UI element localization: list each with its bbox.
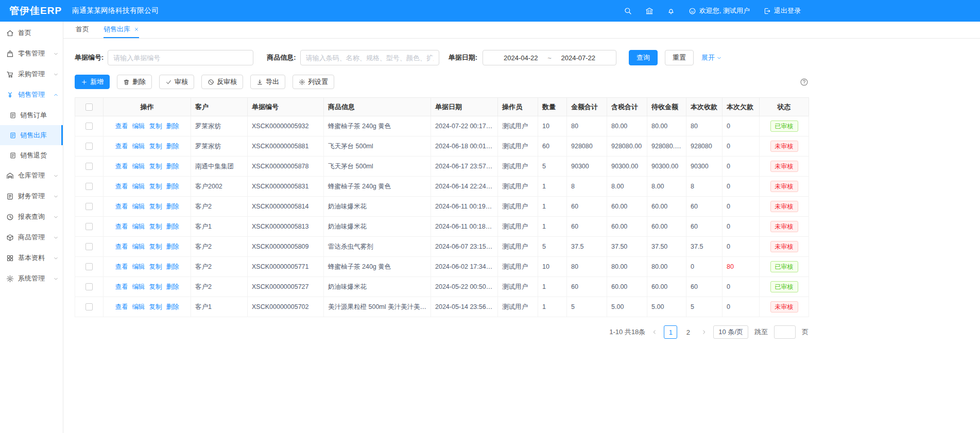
row-checkbox[interactable] <box>85 303 93 310</box>
date-from-input[interactable] <box>496 54 545 62</box>
row-checkbox[interactable] <box>85 223 93 230</box>
sidebar-item-retail[interactable]: 零售管理 <box>0 43 63 64</box>
row-checkbox[interactable] <box>85 183 93 190</box>
row-action-copy[interactable]: 复制 <box>149 223 162 230</box>
row-checkbox[interactable] <box>85 283 93 290</box>
row-action-view[interactable]: 查看 <box>115 123 128 130</box>
row-action-copy[interactable]: 复制 <box>149 243 162 250</box>
nav-home-icon[interactable] <box>645 7 654 15</box>
cell-qty: 5 <box>538 157 567 177</box>
row-action-view[interactable]: 查看 <box>115 283 128 290</box>
select-all-checkbox[interactable] <box>85 103 93 111</box>
row-checkbox[interactable] <box>85 263 93 270</box>
page-button-1[interactable]: 1 <box>664 325 677 339</box>
cell-customer: 罗莱家纺 <box>191 116 248 136</box>
query-button[interactable]: 查询 <box>629 50 658 65</box>
row-action-view[interactable]: 查看 <box>115 303 128 310</box>
help-icon[interactable] <box>800 78 809 86</box>
page-jump-input[interactable] <box>774 325 796 339</box>
row-checkbox[interactable] <box>85 123 93 130</box>
row-action-delete[interactable]: 删除 <box>166 223 179 230</box>
sidebar-subitem-sales-order[interactable]: 销售订单 <box>0 105 63 125</box>
sidebar-item-report[interactable]: 报表查询 <box>0 206 63 227</box>
date-range-picker[interactable]: ~ <box>483 50 616 65</box>
row-action-edit[interactable]: 编辑 <box>132 163 145 170</box>
sidebar-item-home[interactable]: 首页 <box>0 23 63 43</box>
next-page-button[interactable] <box>701 329 707 335</box>
product-info-input[interactable] <box>300 50 439 65</box>
page-size-select[interactable]: 10 条/页 <box>713 325 748 339</box>
row-action-view[interactable]: 查看 <box>115 203 128 210</box>
cell-debt: 0 <box>723 237 760 257</box>
sidebar-item-warehouse[interactable]: 仓库管理 <box>0 165 63 186</box>
date-to-input[interactable] <box>554 54 603 62</box>
column-settings-button[interactable]: 列设置 <box>293 75 334 89</box>
audit-button[interactable]: 审核 <box>159 75 194 89</box>
row-action-view[interactable]: 查看 <box>115 163 128 170</box>
chevron-down-icon <box>53 214 59 220</box>
sidebar-item-finance[interactable]: 财务管理 <box>0 186 63 206</box>
row-checkbox[interactable] <box>85 163 93 170</box>
row-action-delete[interactable]: 删除 <box>166 303 179 310</box>
page-button-2[interactable]: 2 <box>681 325 695 339</box>
row-action-delete[interactable]: 删除 <box>166 123 179 130</box>
delete-button[interactable]: 删除 <box>117 75 152 89</box>
sidebar-item-basic-data[interactable]: 基本资料 <box>0 248 63 268</box>
row-action-view[interactable]: 查看 <box>115 243 128 250</box>
row-action-delete[interactable]: 删除 <box>166 143 179 150</box>
tab-sales-outbound[interactable]: 销售出库 <box>104 22 139 38</box>
row-action-view[interactable]: 查看 <box>115 143 128 150</box>
sidebar-item-goods[interactable]: 商品管理 <box>0 227 63 248</box>
row-action-copy[interactable]: 复制 <box>149 283 162 290</box>
row-action-delete[interactable]: 删除 <box>166 263 179 270</box>
row-action-edit[interactable]: 编辑 <box>132 183 145 190</box>
sidebar-item-sales[interactable]: 销售管理 <box>0 84 63 105</box>
row-checkbox[interactable] <box>85 203 93 210</box>
row-action-copy[interactable]: 复制 <box>149 163 162 170</box>
row-action-copy[interactable]: 复制 <box>149 303 162 310</box>
row-action-view[interactable]: 查看 <box>115 223 128 230</box>
app-logo[interactable]: 管伊佳ERP <box>9 4 64 18</box>
row-action-delete[interactable]: 删除 <box>166 163 179 170</box>
cell-customer: 客户2 <box>191 237 248 257</box>
tab-home[interactable]: 首页 <box>76 22 89 38</box>
sidebar-item-system[interactable]: 系统管理 <box>0 268 63 289</box>
export-button[interactable]: 导出 <box>250 75 285 89</box>
reset-button[interactable]: 重置 <box>665 50 694 65</box>
search-icon[interactable] <box>624 7 632 15</box>
row-action-edit[interactable]: 编辑 <box>132 143 145 150</box>
doc-no-input[interactable] <box>108 50 253 65</box>
row-action-delete[interactable]: 删除 <box>166 243 179 250</box>
unaudit-button[interactable]: 反审核 <box>201 75 243 89</box>
expand-toggle[interactable]: 展开 <box>701 53 722 62</box>
row-action-edit[interactable]: 编辑 <box>132 283 145 290</box>
logout-button[interactable]: 退出登录 <box>763 6 801 15</box>
prev-page-button[interactable] <box>651 329 658 335</box>
row-action-edit[interactable]: 编辑 <box>132 203 145 210</box>
row-action-edit[interactable]: 编辑 <box>132 263 145 270</box>
row-action-view[interactable]: 查看 <box>115 263 128 270</box>
bell-icon[interactable] <box>667 7 675 15</box>
row-action-edit[interactable]: 编辑 <box>132 243 145 250</box>
sidebar-subitem-sales-return[interactable]: 销售退货 <box>0 145 63 165</box>
row-action-edit[interactable]: 编辑 <box>132 123 145 130</box>
row-checkbox[interactable] <box>85 143 93 150</box>
cell-product: 蜂蜜柚子茶 240g 黄色 <box>324 116 431 136</box>
row-checkbox[interactable] <box>85 243 93 250</box>
row-action-delete[interactable]: 删除 <box>166 183 179 190</box>
sidebar-subitem-sales-outbound[interactable]: 销售出库 <box>0 125 63 145</box>
user-menu[interactable]: 欢迎您, 测试用户 <box>689 6 750 15</box>
row-action-delete[interactable]: 删除 <box>166 283 179 290</box>
add-button[interactable]: 新增 <box>75 75 110 89</box>
row-action-edit[interactable]: 编辑 <box>132 303 145 310</box>
close-icon[interactable] <box>134 27 139 32</box>
sidebar-item-purchase[interactable]: 采购管理 <box>0 64 63 84</box>
row-action-edit[interactable]: 编辑 <box>132 223 145 230</box>
row-action-delete[interactable]: 删除 <box>166 203 179 210</box>
row-action-copy[interactable]: 复制 <box>149 263 162 270</box>
row-action-view[interactable]: 查看 <box>115 183 128 190</box>
row-action-copy[interactable]: 复制 <box>149 183 162 190</box>
row-action-copy[interactable]: 复制 <box>149 143 162 150</box>
row-action-copy[interactable]: 复制 <box>149 123 162 130</box>
row-action-copy[interactable]: 复制 <box>149 203 162 210</box>
